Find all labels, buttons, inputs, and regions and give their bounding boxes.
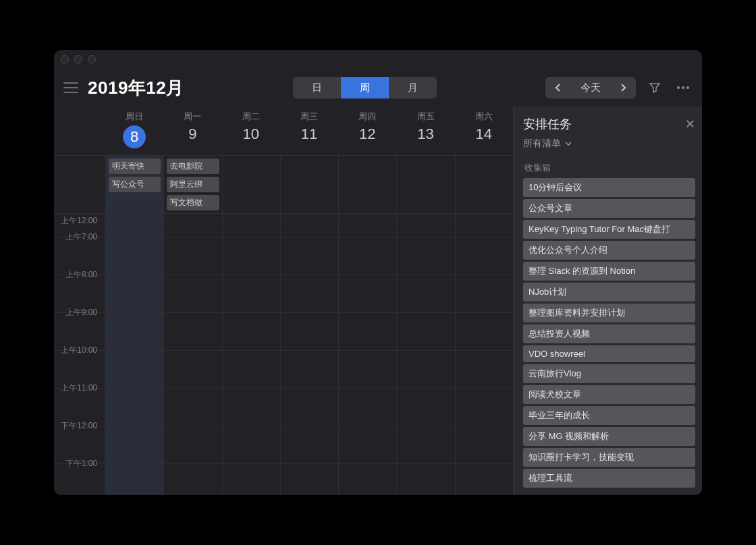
allday-event[interactable]: 去电影院	[167, 159, 219, 174]
menu-icon[interactable]	[63, 82, 78, 93]
task-item[interactable]: 10分钟后会议	[523, 178, 695, 197]
hour-line	[54, 463, 513, 464]
side-filter[interactable]: 所有清单	[523, 138, 695, 150]
minimize-window-icon[interactable]	[74, 55, 82, 63]
day-column[interactable]	[396, 214, 454, 495]
hour-line	[54, 237, 513, 237]
more-icon[interactable]	[674, 78, 693, 97]
day-of-week: 周五	[396, 111, 454, 123]
task-item[interactable]: VDO showreel	[523, 345, 695, 362]
hour-label: 上午12:00	[54, 215, 101, 227]
day-of-week: 周一	[163, 111, 221, 123]
time-grid[interactable]: 上午12:00上午7:00上午8:00上午9:00上午10:00上午11:00下…	[54, 214, 513, 495]
allday-column[interactable]	[222, 156, 280, 213]
close-icon[interactable]: ✕	[685, 117, 695, 132]
task-item[interactable]: 毕业三年的成长	[523, 406, 695, 425]
task-list: 10分钟后会议公众号文章KeyKey Typing Tutor For Mac键…	[523, 178, 695, 488]
task-item[interactable]: 梳理工具流	[523, 469, 695, 488]
app-window: 2019年12月 日 周 月 今天	[54, 50, 702, 495]
allday-column[interactable]	[455, 156, 513, 213]
hour-line	[54, 350, 513, 351]
day-of-week: 周日	[105, 111, 163, 123]
maximize-window-icon[interactable]	[88, 55, 96, 63]
day-number: 9	[163, 125, 221, 143]
hour-line	[54, 426, 513, 426]
task-item[interactable]: 整理 Slack 的资源到 Notion	[523, 262, 695, 281]
day-number: 13	[396, 125, 454, 143]
task-item[interactable]: 总结投资人视频	[523, 324, 695, 343]
day-of-week: 周二	[222, 111, 280, 123]
prev-button[interactable]	[545, 77, 571, 98]
allday-column[interactable]: 去电影院阿里云绑写文档做	[163, 156, 221, 213]
view-segment: 日 周 月	[293, 77, 437, 98]
titlebar	[54, 50, 702, 69]
day-header[interactable]: 周一9	[163, 111, 221, 148]
segment-week[interactable]: 周	[341, 77, 389, 98]
svg-point-0	[677, 86, 680, 89]
hour-label: 上午11:00	[54, 382, 101, 394]
task-item[interactable]: 云南旅行Vlog	[523, 364, 695, 383]
side-title: 安排任务	[523, 116, 572, 132]
window-controls	[61, 55, 96, 63]
day-column[interactable]	[338, 214, 396, 495]
side-group-label: 收集箱	[524, 162, 695, 174]
allday-event[interactable]: 写公众号	[109, 177, 161, 192]
task-item[interactable]: 阅读犬校文章	[523, 385, 695, 404]
filter-icon[interactable]	[645, 78, 664, 97]
day-column[interactable]	[222, 214, 280, 495]
task-item[interactable]: 分享 MG 视频和解析	[523, 427, 695, 446]
today-button[interactable]: 今天	[571, 77, 610, 98]
day-header[interactable]: 周四12	[338, 111, 396, 148]
day-header-row: 周日8周一9周二10周三11周四12周五13周六14	[54, 107, 513, 156]
side-panel: 安排任务 ✕ 所有清单 收集箱 10分钟后会议公众号文章KeyKey Typin…	[513, 107, 702, 495]
allday-event[interactable]: 写文档做	[167, 195, 219, 210]
day-column[interactable]	[105, 214, 163, 495]
allday-row: 明天寄快写公众号去电影院阿里云绑写文档做	[54, 156, 513, 214]
day-header[interactable]: 周五13	[396, 111, 454, 148]
allday-column[interactable]: 明天寄快写公众号	[105, 156, 163, 213]
allday-column[interactable]	[396, 156, 454, 213]
day-number: 14	[455, 125, 513, 143]
hour-line	[54, 221, 513, 221]
day-column[interactable]	[163, 214, 221, 495]
hour-line	[54, 275, 513, 275]
allday-column[interactable]	[280, 156, 338, 213]
hour-label: 上午9:00	[54, 307, 101, 318]
day-number: 10	[222, 125, 280, 143]
next-button[interactable]	[610, 77, 636, 98]
day-number: 12	[338, 125, 396, 143]
hour-label: 上午10:00	[54, 345, 101, 356]
task-item[interactable]: NJob计划	[523, 283, 695, 302]
content: 周日8周一9周二10周三11周四12周五13周六14 明天寄快写公众号去电影院阿…	[54, 107, 702, 495]
allday-event[interactable]: 阿里云绑	[167, 177, 219, 192]
day-column[interactable]	[455, 214, 513, 495]
header: 2019年12月 日 周 月 今天	[54, 69, 702, 107]
calendar: 周日8周一9周二10周三11周四12周五13周六14 明天寄快写公众号去电影院阿…	[54, 107, 513, 495]
page-title: 2019年12月	[88, 76, 184, 100]
close-window-icon[interactable]	[61, 55, 69, 63]
task-item[interactable]: 整理图库资料并安排计划	[523, 304, 695, 322]
segment-month[interactable]: 月	[389, 77, 437, 98]
day-number: 8	[123, 125, 146, 148]
segment-day[interactable]: 日	[293, 77, 341, 98]
task-item[interactable]: 公众号文章	[523, 199, 695, 218]
task-item[interactable]: KeyKey Typing Tutor For Mac键盘打	[523, 220, 695, 239]
day-header[interactable]: 周六14	[455, 111, 513, 148]
chevron-down-icon	[565, 141, 572, 146]
hour-label: 下午12:00	[54, 420, 101, 432]
allday-event[interactable]: 明天寄快	[109, 159, 161, 174]
task-item[interactable]: 知识圈打卡学习，技能变现	[523, 448, 695, 467]
day-header[interactable]: 周三11	[280, 111, 338, 148]
day-header[interactable]: 周二10	[222, 111, 280, 148]
day-column[interactable]	[280, 214, 338, 495]
hour-label: 上午7:00	[54, 231, 101, 243]
hour-line	[54, 312, 513, 313]
chevron-left-icon	[555, 84, 562, 92]
allday-column[interactable]	[338, 156, 396, 213]
day-of-week: 周四	[338, 111, 396, 123]
hour-label: 上午8:00	[54, 269, 101, 281]
svg-point-1	[682, 86, 684, 89]
task-item[interactable]: 优化公众号个人介绍	[523, 241, 695, 260]
hour-label: 下午1:00	[54, 458, 101, 469]
day-header[interactable]: 周日8	[105, 111, 163, 148]
